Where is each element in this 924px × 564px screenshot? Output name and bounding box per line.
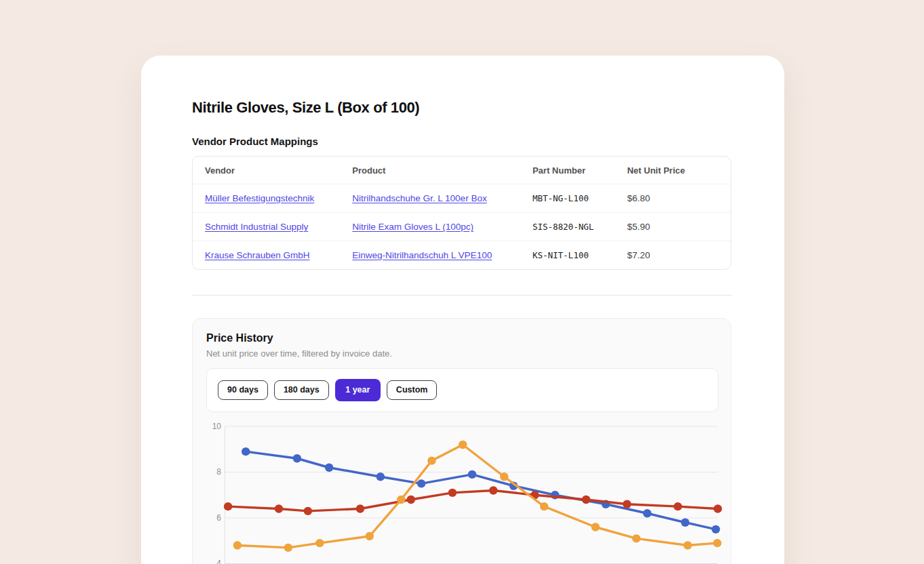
series-red-point xyxy=(224,502,232,510)
series-blue-point xyxy=(417,479,425,487)
part-number: MBT-NG-L100 xyxy=(533,193,589,203)
series-amber-point xyxy=(632,534,640,542)
series-amber-point xyxy=(592,523,600,531)
series-amber-point xyxy=(427,456,436,464)
table-row: Krause Schrauben GmbHEinweg-Nitrilhandsc… xyxy=(193,241,731,270)
range-button-90-days[interactable]: 90 days xyxy=(218,380,268,401)
product-link[interactable]: Einweg-Nitrilhandschuh L VPE100 xyxy=(352,250,492,260)
table-row: Müller BefestigungstechnikNitrilhandschu… xyxy=(193,184,731,213)
vendor-link[interactable]: Schmidt Industrial Supply xyxy=(205,222,308,232)
price-history-panel: Price History Net unit price over time, … xyxy=(192,318,731,564)
series-amber-point xyxy=(540,502,548,510)
series-blue-point xyxy=(643,509,651,517)
net-unit-price: $5.90 xyxy=(627,222,650,232)
part-number: SIS-8820-NGL xyxy=(533,222,594,232)
series-blue-point xyxy=(712,525,720,533)
series-amber-point xyxy=(397,495,405,503)
series-blue-point xyxy=(242,447,250,456)
series-red-point xyxy=(623,500,631,508)
vendor-mappings-table: Vendor Product Part Number Net Unit Pric… xyxy=(192,156,731,270)
price-history-chart: 46810 xyxy=(206,426,718,564)
series-red-point xyxy=(275,504,283,512)
vendor-link[interactable]: Krause Schrauben GmbH xyxy=(205,250,310,260)
series-red-point xyxy=(674,502,682,510)
chart-svg xyxy=(225,426,718,564)
column-header-part-number: Part Number xyxy=(520,157,615,184)
y-axis-labels: 46810 xyxy=(206,426,221,564)
y-axis-label: 8 xyxy=(216,467,221,477)
series-blue-point xyxy=(468,470,476,478)
chart-plot xyxy=(225,426,718,564)
page-title: Nitrile Gloves, Size L (Box of 100) xyxy=(192,99,731,117)
price-history-subtitle: Net unit price over time, filtered by in… xyxy=(206,348,718,359)
series-amber-point xyxy=(315,539,324,547)
range-filter-bar: 90 days180 days1 yearCustom xyxy=(206,368,718,412)
series-red-point xyxy=(582,495,590,503)
column-header-net-unit-price: Net Unit Price xyxy=(615,157,731,184)
vendor-link[interactable]: Müller Befestigungstechnik xyxy=(205,193,314,203)
series-amber-point xyxy=(366,531,374,540)
section-heading: Vendor Product Mappings xyxy=(192,136,731,147)
range-button-1-year[interactable]: 1 year xyxy=(335,379,381,401)
series-amber-line xyxy=(237,445,717,548)
series-red-line xyxy=(228,490,718,510)
series-blue-point xyxy=(377,472,385,481)
series-red-point xyxy=(407,495,415,503)
y-axis-label: 4 xyxy=(216,559,221,564)
series-red-point xyxy=(714,504,722,512)
range-button-180-days[interactable]: 180 days xyxy=(274,380,329,401)
net-unit-price: $7.20 xyxy=(627,250,650,260)
vendor-table-body: Müller BefestigungstechnikNitrilhandschu… xyxy=(193,184,731,270)
series-red-point xyxy=(448,488,457,496)
table-header-row: Vendor Product Part Number Net Unit Pric… xyxy=(193,157,731,184)
y-axis-label: 10 xyxy=(212,421,221,430)
series-amber-point xyxy=(713,539,721,547)
product-link[interactable]: Nitrilhandschuhe Gr. L 100er Box xyxy=(352,193,486,203)
range-button-custom[interactable]: Custom xyxy=(387,380,438,401)
column-header-vendor: Vendor xyxy=(193,157,340,184)
table-row: Schmidt Industrial SupplyNitrile Exam Gl… xyxy=(193,213,731,241)
product-link[interactable]: Nitrile Exam Gloves L (100pc) xyxy=(352,222,474,232)
series-amber-point xyxy=(284,543,292,551)
series-amber-point xyxy=(500,472,508,481)
net-unit-price: $6.80 xyxy=(627,193,650,203)
y-axis-label: 6 xyxy=(216,512,221,522)
part-number: KS-NIT-L100 xyxy=(533,250,589,260)
series-red-point xyxy=(356,504,364,512)
divider xyxy=(192,295,731,296)
product-card: Nitrile Gloves, Size L (Box of 100) Vend… xyxy=(141,56,784,564)
column-header-product: Product xyxy=(340,157,520,184)
series-red-point xyxy=(489,486,497,494)
series-red-point xyxy=(304,506,312,515)
series-blue-point xyxy=(293,454,301,462)
series-blue-point xyxy=(681,518,689,526)
series-amber-point xyxy=(233,541,242,549)
series-blue-point xyxy=(325,463,333,471)
price-history-title: Price History xyxy=(206,332,718,344)
series-amber-point xyxy=(683,541,691,549)
series-amber-point xyxy=(459,440,467,448)
